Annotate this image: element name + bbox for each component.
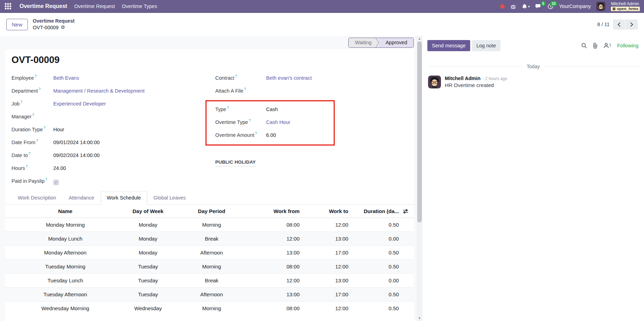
table-row[interactable]: Wednesday MorningWednesdayMorning08:0012…: [5, 302, 414, 315]
menu-overtime-types[interactable]: Overtime Types: [122, 3, 157, 9]
table-row[interactable]: Tuesday LunchTuesdayBreak12:0013:000.00: [5, 274, 414, 288]
field-hours: Hours? 24.00: [11, 165, 215, 172]
paid-in-payslip-checkbox[interactable]: ✓: [53, 180, 59, 185]
activities-clock-icon[interactable]: 32: [548, 3, 553, 9]
user-avatar[interactable]: [596, 2, 605, 11]
recording-dot-icon: [500, 4, 505, 9]
gear-icon[interactable]: ⚙: [61, 24, 65, 31]
department-link[interactable]: Management / Research & Development: [53, 88, 145, 94]
date-from-value[interactable]: 09/01/2024 14:00:00: [53, 140, 100, 145]
contract-link[interactable]: Beth evan's contract: [266, 75, 312, 81]
today-divider: Today: [428, 64, 638, 69]
vertical-scrollbar[interactable]: ▲ ▼: [417, 36, 422, 321]
tab-attendance[interactable]: Attendance: [62, 191, 100, 204]
optional-columns-header: [402, 205, 414, 218]
user-menu[interactable]: Mitchell Admin ≣open_hrms: [611, 1, 640, 11]
date-to-value[interactable]: 09/02/2024 14:00:00: [53, 152, 100, 158]
top-navbar: Overtime Request Overtime Request Overti…: [0, 0, 644, 13]
followers-person-icon[interactable]: 1: [604, 43, 611, 48]
help-icon: ?: [44, 126, 46, 130]
table-row[interactable]: Tuesday AfternoonTuesdayAfternoon13:0017…: [5, 288, 414, 302]
breadcrumb-parent[interactable]: Overtime Request: [33, 18, 75, 24]
employee-link[interactable]: Beth Evans: [53, 75, 79, 81]
col-header-duration[interactable]: Duration (da...: [352, 205, 402, 218]
optional-columns-sliders-icon[interactable]: [403, 209, 413, 214]
content-area: Waiting Approved OVT-00009 Employee? Bet…: [0, 36, 644, 321]
control-panel: New Overtime Request OVT-00009 ⚙ 8 / 11: [0, 13, 644, 36]
scrollbar-thumb[interactable]: [417, 41, 422, 222]
message-author-avatar[interactable]: [428, 76, 441, 88]
help-icon: ?: [39, 87, 41, 91]
field-job: Job? Experienced Developer: [11, 100, 215, 108]
col-header-name[interactable]: Name: [5, 205, 125, 218]
new-button[interactable]: New: [6, 19, 28, 30]
field-overtime-type: Overtime Type? Cash Hour: [215, 119, 330, 126]
table-row[interactable]: Tuesday MorningTuesdayMorning08:0012:000…: [5, 260, 414, 274]
status-separator: [375, 38, 379, 47]
help-icon: ?: [235, 75, 237, 78]
help-icon: ?: [45, 178, 47, 181]
statusbar: Waiting Approved: [348, 38, 414, 48]
database-icon: ≣: [612, 7, 616, 11]
field-date-to: Date to? 09/02/2024 14:00:00: [11, 152, 215, 159]
field-attach-a-file: Attach A File?: [215, 87, 408, 95]
search-messages-icon[interactable]: [581, 43, 587, 48]
app-name[interactable]: Overtime Request: [20, 3, 67, 9]
col-header-day-of-week[interactable]: Day of Week: [125, 205, 171, 218]
duration-type-value[interactable]: Hour: [53, 127, 64, 132]
tab-global-leaves[interactable]: Global Leaves: [147, 191, 192, 204]
chatter-panel: Send message Log note 1: [422, 36, 644, 321]
form-sheet: OVT-00009 Employee? Beth Evans Departmen…: [5, 49, 414, 321]
record-title: OVT-00009: [11, 55, 408, 65]
scroll-down-arrow-icon[interactable]: ▼: [417, 316, 422, 320]
overtime-type-link[interactable]: Cash Hour: [266, 119, 290, 125]
log-note-button[interactable]: Log note: [472, 40, 501, 51]
help-icon: ?: [36, 139, 38, 143]
apps-grid-icon[interactable]: [3, 2, 13, 11]
col-header-work-from[interactable]: Work from: [253, 205, 303, 218]
menu-overtime-request[interactable]: Overtime Request: [74, 3, 115, 9]
hours-value[interactable]: 24.00: [53, 165, 66, 171]
bug-icon[interactable]: [510, 3, 516, 9]
field-paid-in-payslip: Paid in Payslip? ✓: [11, 178, 215, 185]
form-panel: Waiting Approved OVT-00009 Employee? Bet…: [0, 36, 417, 321]
field-overtime-amount: Overtime Amount? 6.00: [215, 132, 330, 139]
attachments-paperclip-icon[interactable]: [593, 43, 598, 49]
pager-next-button[interactable]: [626, 19, 638, 30]
notifications-bell-icon[interactable]: ▾: [522, 3, 530, 9]
chatter-message: Mitchell Admin - 2 hours ago HR Overtime…: [422, 76, 644, 88]
status-strip: Waiting Approved: [0, 36, 417, 49]
status-step-approved[interactable]: Approved: [379, 38, 413, 47]
following-toggle[interactable]: Following: [617, 43, 638, 48]
pager-count: 8 / 11: [597, 22, 610, 27]
messages-icon[interactable]: 5: [535, 3, 542, 9]
status-step-waiting[interactable]: Waiting: [349, 38, 375, 47]
field-duration-type: Duration Type? Hour: [11, 126, 215, 133]
public-holiday-button[interactable]: PUBLIC HOLIDAY: [215, 159, 256, 166]
help-icon: ?: [26, 165, 28, 169]
pager-previous-button[interactable]: [613, 19, 625, 30]
scroll-up-arrow-icon[interactable]: ▲: [417, 37, 422, 40]
breadcrumb: Overtime Request OVT-00009 ⚙: [33, 18, 75, 31]
table-row[interactable]: Monday AfternoonMondayAfternoon13:0017:0…: [5, 246, 414, 260]
company-switcher[interactable]: YourCompany: [559, 3, 591, 9]
table-row[interactable]: Monday LunchMondayBreak12:0013:000.00: [5, 232, 414, 246]
message-author[interactable]: Mitchell Admin: [445, 76, 481, 81]
chevron-down-icon: ▾: [528, 5, 530, 8]
followers-count: 1: [609, 43, 611, 47]
activities-badge: 32: [550, 1, 557, 7]
tab-work-description[interactable]: Work Description: [11, 191, 62, 204]
tab-work-schedule[interactable]: Work Schedule: [101, 191, 147, 205]
col-header-work-to[interactable]: Work to: [303, 205, 352, 218]
send-message-button[interactable]: Send message: [427, 40, 470, 51]
table-row[interactable]: Monday MorningMondayMorning08:0012:000.5…: [5, 218, 414, 232]
type-value[interactable]: Cash: [266, 107, 278, 112]
field-contract: Contract? Beth evan's contract: [215, 75, 408, 82]
overtime-amount-value[interactable]: 6.00: [266, 132, 276, 138]
job-link[interactable]: Experienced Developer: [53, 101, 106, 107]
help-icon: ?: [34, 75, 37, 78]
work-schedule-table: Name Day of Week Day Period Work from Wo…: [5, 205, 414, 315]
user-name: Mitchell Admin: [611, 1, 640, 6]
fields-right-column: Contract? Beth evan's contract Attach A …: [215, 75, 408, 190]
col-header-day-period[interactable]: Day Period: [171, 205, 253, 218]
